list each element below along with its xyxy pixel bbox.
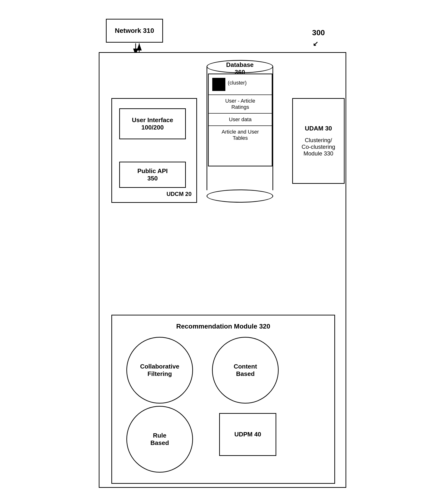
collaborative-filtering-circle: CollaborativeFiltering [126,337,193,404]
api-box: Public API 350 [119,162,186,188]
db-number: 360 [206,69,273,76]
udam-l3: Clustering/ [302,137,335,144]
content-based-circle: ContentBased [212,337,279,404]
cluster-label: (cluster) [228,78,247,86]
udam-box: UDAM 30 Clustering/ Co-clustering Module… [292,98,344,184]
rec-module-label: Recommendation Module 320 [112,323,334,330]
label-300: 300 [312,28,325,37]
db-section2: User data [209,113,272,126]
db-section1: User - Article Ratings [209,94,272,113]
collab-label: CollaborativeFiltering [140,363,179,378]
ui-label-line1: User Interface [132,116,173,124]
network-label: Network 310 [115,27,154,35]
udam-l4: Co-clustering [302,144,335,150]
udam-l5: Module 330 [302,150,335,157]
main-outer-box: User Interface 100/200 Public API 350 UD… [99,52,346,488]
api-label-line2: 350 [147,175,157,182]
ui-label-line2: 100/200 [141,124,164,131]
db-s1-l1: User - Article [212,98,269,104]
arrow-300-icon: ↙ [313,40,318,48]
db-title: Database [206,61,273,69]
udcm-box: User Interface 100/200 Public API 350 UD… [111,98,197,203]
db-s2: User data [212,116,269,123]
api-label-line1: Public API [137,167,168,175]
content-based-label: ContentBased [234,363,257,378]
db-s3-l1: Article and User [212,129,269,135]
cluster-square [212,78,225,91]
udpm-label: UDPM 40 [234,431,261,438]
udcm-label: UDCM 20 [167,191,191,197]
db-s3-l2: Tables [212,135,269,141]
udpm-box: UDPM 40 [219,413,276,456]
rule-based-circle: RuleBased [126,406,193,473]
ui-box: User Interface 100/200 [119,108,186,139]
rec-module-box: Recommendation Module 320 CollaborativeF… [111,315,335,484]
db-s1-l2: Ratings [212,104,269,110]
database-container: Database 360 (cluster) User - Article Ra… [206,60,273,203]
rule-based-label: RuleBased [150,432,169,447]
network-box: Network 310 [106,19,163,43]
udam-l1: UDAM 30 [302,125,335,132]
db-section3: Article and User Tables [209,126,272,144]
